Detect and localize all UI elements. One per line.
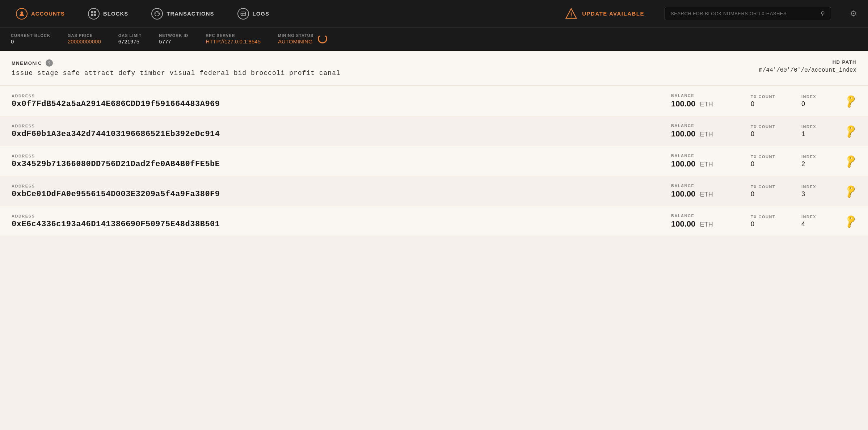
balance-unit: ETH [700, 221, 713, 228]
nav-bar: ACCOUNTS BLOCKS TRANSACTIONS [0, 0, 868, 28]
index-value: 3 [801, 190, 830, 198]
account-txcount-section: TX COUNT 0 [729, 215, 787, 228]
key-icon[interactable]: 🔑 [843, 93, 858, 109]
key-icon[interactable]: 🔑 [843, 153, 858, 169]
tx-count-label: TX COUNT [751, 155, 787, 159]
tx-count-label: TX COUNT [751, 215, 787, 219]
mnemonic-header: MNEMONIC ? [12, 59, 341, 67]
svg-rect-6 [241, 12, 245, 16]
update-icon [565, 7, 578, 20]
tx-count-value: 0 [751, 190, 787, 198]
account-address-section: ADDRESS 0xdF60b1A3ea342d744103196686521E… [12, 124, 649, 139]
balance-label: BALANCE [671, 184, 729, 188]
gas-price-label: GAS PRICE [68, 33, 101, 38]
network-id-label: NETWORK ID [159, 33, 188, 38]
update-available[interactable]: UPDATE AVAILABLE [565, 7, 644, 20]
account-balance-section: BALANCE 100.00 ETH [649, 93, 729, 109]
account-key-section: 🔑 [830, 126, 856, 137]
mnemonic-left: MNEMONIC ? issue stage safe attract defy… [12, 59, 341, 77]
svg-rect-3 [91, 14, 93, 16]
address-label: ADDRESS [12, 124, 649, 128]
account-txcount-section: TX COUNT 0 [729, 185, 787, 198]
account-txcount-section: TX COUNT 0 [729, 155, 787, 168]
index-value: 4 [801, 220, 830, 228]
account-key-section: 🔑 [830, 216, 856, 227]
account-address: 0xE6c4336c193a46D141386690F50975E48d38B5… [12, 220, 649, 229]
current-block-item: CURRENT BLOCK 0 [11, 33, 50, 45]
balance-amount: 100.00 [671, 99, 695, 108]
table-row: ADDRESS 0x34529b71366080DD756D21Dad2fe0A… [0, 146, 868, 176]
settings-icon[interactable]: ⚙ [850, 9, 857, 18]
gas-limit-value: 6721975 [118, 38, 142, 45]
mnemonic-help-icon[interactable]: ? [46, 59, 53, 67]
mining-status-value: AUTOMINING [278, 38, 313, 45]
nav-item-logs[interactable]: LOGS [232, 5, 275, 22]
balance-amount: 100.00 [671, 219, 695, 228]
table-row: ADDRESS 0xdF60b1A3ea342d744103196686521E… [0, 116, 868, 146]
account-index-section: INDEX 0 [787, 94, 830, 108]
svg-rect-1 [91, 11, 93, 13]
nav-item-transactions[interactable]: TRANSACTIONS [146, 5, 219, 22]
key-icon[interactable]: 🔑 [843, 214, 858, 229]
account-address-section: ADDRESS 0x34529b71366080DD756D21Dad2fe0A… [12, 154, 649, 169]
account-address-section: ADDRESS 0xbCe01DdFA0e9556154D003E3209a5f… [12, 184, 649, 199]
nav-item-blocks[interactable]: BLOCKS [83, 5, 133, 22]
balance-amount: 100.00 [671, 129, 695, 138]
balance-label: BALANCE [671, 214, 729, 218]
mining-status-item: MINING STATUS AUTOMINING [278, 33, 327, 45]
arrows-icon [151, 8, 163, 20]
mnemonic-title: MNEMONIC [12, 60, 42, 66]
tx-count-label: TX COUNT [751, 185, 787, 189]
account-address: 0x0f7FdB542a5aA2914E686CDD19f591664483A9… [12, 100, 649, 109]
account-address-section: ADDRESS 0xE6c4336c193a46D141386690F50975… [12, 214, 649, 229]
balance-value: 100.00 ETH [671, 129, 729, 139]
account-index-section: INDEX 3 [787, 185, 830, 198]
gas-limit-item: GAS LIMIT 6721975 [118, 33, 142, 45]
tx-count-value: 0 [751, 130, 787, 138]
grid-icon [88, 8, 100, 20]
address-label: ADDRESS [12, 214, 649, 218]
balance-unit: ETH [700, 131, 713, 138]
account-index-section: INDEX 1 [787, 125, 830, 138]
index-value: 1 [801, 130, 830, 138]
account-index-section: INDEX 4 [787, 215, 830, 228]
balance-amount: 100.00 [671, 159, 695, 168]
balance-value: 100.00 ETH [671, 159, 729, 169]
current-block-value: 0 [11, 38, 50, 45]
account-balance-section: BALANCE 100.00 ETH [649, 184, 729, 199]
key-icon[interactable]: 🔑 [843, 123, 858, 139]
hd-path-title: HD PATH [759, 59, 856, 65]
account-key-section: 🔑 [830, 96, 856, 107]
main-content: MNEMONIC ? issue stage safe attract defy… [0, 51, 868, 236]
account-address: 0xdF60b1A3ea342d744103196686521Eb392eDc9… [12, 130, 649, 139]
key-icon[interactable]: 🔑 [843, 184, 858, 199]
svg-point-11 [571, 16, 572, 17]
current-block-label: CURRENT BLOCK [11, 33, 50, 38]
network-id-item: NETWORK ID 5777 [159, 33, 188, 45]
gas-limit-label: GAS LIMIT [118, 33, 142, 38]
balance-unit: ETH [700, 161, 713, 168]
account-address: 0xbCe01DdFA0e9556154D003E3209a5f4a9Fa380… [12, 190, 649, 199]
nav-label-transactions: TRANSACTIONS [167, 10, 214, 17]
mnemonic-phrase: issue stage safe attract defy timber vis… [12, 69, 341, 77]
mining-status-label: MINING STATUS [278, 33, 313, 38]
search-input[interactable] [671, 11, 817, 16]
tx-count-value: 0 [751, 100, 787, 108]
index-label: INDEX [801, 215, 830, 219]
nav-label-logs: LOGS [253, 10, 270, 17]
account-txcount-section: TX COUNT 0 [729, 125, 787, 138]
balance-value: 100.00 ETH [671, 189, 729, 199]
table-row: ADDRESS 0x0f7FdB542a5aA2914E686CDD19f591… [0, 86, 868, 116]
account-balance-section: BALANCE 100.00 ETH [649, 153, 729, 169]
balance-value: 100.00 ETH [671, 219, 729, 229]
account-address: 0x34529b71366080DD756D21Dad2fe0AB4B0fFE5… [12, 160, 649, 169]
address-label: ADDRESS [12, 154, 649, 158]
balance-label: BALANCE [671, 153, 729, 158]
account-index-section: INDEX 2 [787, 155, 830, 168]
accounts-list: ADDRESS 0x0f7FdB542a5aA2914E686CDD19f591… [0, 86, 868, 236]
balance-value: 100.00 ETH [671, 99, 729, 109]
nav-item-accounts[interactable]: ACCOUNTS [11, 5, 70, 22]
mnemonic-section: MNEMONIC ? issue stage safe attract defy… [0, 51, 868, 86]
gas-price-item: GAS PRICE 20000000000 [68, 33, 101, 45]
table-row: ADDRESS 0xbCe01DdFA0e9556154D003E3209a5f… [0, 176, 868, 206]
